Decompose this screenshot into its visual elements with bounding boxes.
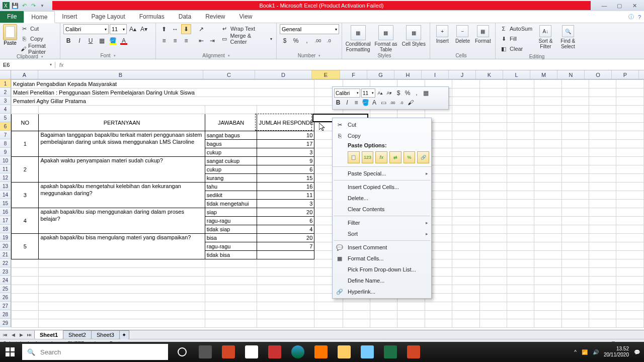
cell[interactable] (589, 80, 616, 88)
cell[interactable] (257, 251, 314, 259)
cell[interactable] (507, 294, 534, 302)
cell[interactable]: apakah bapak/ibu bisa mengulang materi y… (39, 234, 205, 259)
mini-formatpainter[interactable]: 🖌 (407, 99, 415, 107)
col-header-O[interactable]: O (585, 70, 612, 79)
mini-border[interactable]: ▦ (422, 89, 430, 97)
cell[interactable] (205, 311, 257, 319)
cell[interactable] (616, 97, 644, 106)
cell[interactable] (479, 225, 507, 234)
cell[interactable] (589, 217, 616, 225)
cell[interactable]: ragu-ragu (205, 217, 257, 225)
mini-accounting[interactable]: $ (394, 89, 403, 97)
cell[interactable]: Kegiatan Pengabdian Kepada Masyarakat (12, 80, 314, 88)
fill-button[interactable]: ⬇Fill (499, 34, 533, 43)
cell[interactable] (314, 319, 343, 328)
mini-percent[interactable]: % (404, 89, 412, 97)
cell[interactable] (205, 302, 257, 311)
align-top-button[interactable]: ⬆ (159, 24, 169, 34)
cell[interactable] (534, 148, 561, 157)
ctx-paste-special[interactable]: Paste Special...▸ (333, 168, 431, 179)
cell[interactable]: 7 (257, 242, 314, 251)
cell[interactable] (479, 140, 507, 148)
cell[interactable] (534, 80, 561, 88)
cell[interactable] (589, 183, 616, 191)
mini-shrink-font[interactable]: A▾ (385, 89, 393, 97)
cell[interactable]: sangat bagus (205, 131, 257, 140)
cell[interactable] (534, 225, 561, 234)
cell[interactable] (479, 242, 507, 251)
cell[interactable] (534, 294, 561, 302)
cell[interactable] (561, 285, 589, 294)
cell[interactable] (534, 200, 561, 208)
accounting-button[interactable]: $ (280, 36, 290, 46)
border-button[interactable]: ▦ (97, 36, 107, 46)
tab-file[interactable]: File (0, 11, 24, 23)
cell[interactable] (534, 251, 561, 259)
cell[interactable] (343, 319, 370, 328)
cell[interactable] (616, 294, 644, 302)
cell[interactable] (616, 148, 644, 157)
cell[interactable]: cukup (205, 148, 257, 157)
col-header-D[interactable]: D (255, 70, 312, 79)
cell[interactable] (534, 131, 561, 140)
cell[interactable] (507, 208, 534, 217)
cell[interactable] (205, 106, 257, 114)
cell[interactable] (589, 302, 616, 311)
cell[interactable] (479, 97, 507, 106)
cell[interactable] (452, 285, 479, 294)
tab-review[interactable]: Review (198, 11, 232, 23)
row-header-15[interactable]: 15 (0, 199, 11, 208)
mini-fillcolor[interactable]: 🪣 (361, 99, 369, 107)
cell[interactable] (452, 106, 479, 114)
mini-grow-font[interactable]: A▴ (376, 89, 384, 97)
col-header-F[interactable]: F (340, 70, 367, 79)
cell[interactable] (479, 259, 507, 268)
sheet-tab-1[interactable]: Sheet1 (34, 330, 63, 339)
maximize-icon[interactable]: ▢ (615, 2, 624, 9)
cell[interactable] (452, 251, 479, 259)
row-header-11[interactable]: 11 (0, 165, 11, 173)
cell[interactable] (397, 319, 425, 328)
cell[interactable] (616, 88, 644, 97)
cell[interactable] (561, 225, 589, 234)
row-header-16[interactable]: 16 (0, 208, 11, 216)
cell[interactable] (507, 174, 534, 183)
paste-all-button[interactable]: 📋 (348, 151, 360, 163)
ctx-clear[interactable]: Clear Contents (333, 204, 431, 215)
fx-icon[interactable]: fx (55, 62, 67, 68)
cell[interactable] (479, 80, 507, 88)
align-middle-button[interactable]: ↔ (170, 24, 180, 34)
cell[interactable] (589, 234, 616, 242)
cell[interactable]: 15 (257, 174, 314, 183)
row-header-21[interactable]: 21 (0, 250, 11, 259)
cell[interactable] (589, 157, 616, 165)
row-header-14[interactable]: 14 (0, 191, 11, 199)
cell[interactable]: apakah bapak/ibu mengetahui kelebihan da… (39, 183, 205, 208)
cell-styles-button[interactable]: ▦Cell Styles (401, 24, 427, 47)
cell[interactable] (507, 183, 534, 191)
cell[interactable]: 3 (12, 183, 39, 208)
cell[interactable] (561, 217, 589, 225)
row-header-1[interactable]: 1 (0, 79, 11, 88)
cell[interactable] (257, 294, 314, 302)
cell[interactable] (561, 302, 589, 311)
cell[interactable] (616, 251, 644, 259)
new-sheet-button[interactable]: ✦ (119, 330, 129, 339)
task-vlc[interactable] (311, 342, 331, 362)
cell[interactable] (589, 259, 616, 268)
cell[interactable]: PERTANYAAN (39, 114, 205, 131)
cell[interactable] (589, 140, 616, 148)
cell[interactable] (205, 268, 257, 277)
cell[interactable] (479, 277, 507, 285)
align-center-button[interactable]: ≡ (170, 36, 180, 46)
cell[interactable] (343, 311, 370, 319)
cell[interactable]: 6 (257, 165, 314, 174)
cell[interactable] (616, 80, 644, 88)
redo-icon[interactable]: ↷ (29, 2, 37, 10)
row-header-3[interactable]: 3 (0, 97, 11, 105)
cell[interactable] (589, 268, 616, 277)
tray-volume-icon[interactable]: 🔊 (593, 349, 599, 355)
cell[interactable] (425, 311, 452, 319)
row-header-10[interactable]: 10 (0, 156, 11, 165)
cell[interactable] (507, 131, 534, 140)
